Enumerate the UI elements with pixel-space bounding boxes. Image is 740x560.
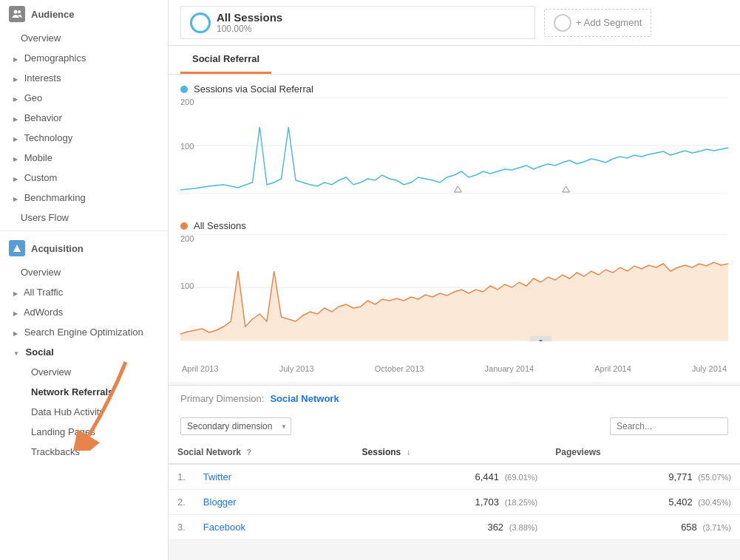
sidebar-item-geo[interactable]: Geo [0,88,168,108]
segment-bar: All Sessions 100.00% + Add Segment [169,0,740,46]
x-label-0: April 2013 [182,364,219,373]
sidebar-item-custom[interactable]: Custom [0,168,168,188]
rank-cell: 1. [169,464,194,490]
primary-dimension-row: Primary Dimension: Social Network [169,385,740,412]
sidebar-item-interests[interactable]: Interests [0,68,168,88]
chart1-dot [180,86,188,93]
sidebar-item-seo[interactable]: Search Engine Optimization [0,322,168,342]
audience-icon [9,6,25,22]
sessions-cell: 6,441 (69.01%) [353,464,547,490]
sidebar-item-audience-overview[interactable]: Overview [0,28,168,48]
network-cell[interactable]: Blogger [194,490,353,515]
pageviews-cell: 658 (3.71%) [546,515,740,540]
add-segment-button[interactable]: + Add Segment [544,9,651,37]
x-label-1: July 2013 [279,364,314,373]
segment-circle [190,13,211,33]
svg-point-1 [18,10,21,13]
pageviews-cell: 5,402 (30.45%) [546,490,740,515]
chart2-y-mid: 100 [180,281,194,290]
audience-label: Audience [31,9,75,20]
x-label-3: January 2014 [485,364,534,373]
network-cell[interactable]: Facebook [194,515,353,540]
sidebar-item-technology[interactable]: Technology [0,128,168,148]
sidebar-subitem-data-hub-activity[interactable]: Data Hub Activity [0,402,168,422]
chart1-container: 200 100 [180,98,728,208]
th-sessions[interactable]: Sessions ↓ [353,441,547,464]
acquisition-label: Acquisition [31,243,84,254]
sidebar-item-benchmarking[interactable]: Benchmarking [0,188,168,208]
chart1-svg [180,98,728,194]
primary-dimension-value: Social Network [270,393,339,404]
sidebar-item-demographics[interactable]: Demographics [0,48,168,68]
sidebar-item-behavior[interactable]: Behavior [0,108,168,128]
pageviews-cell: 9,771 (55.07%) [546,464,740,490]
tab-bar: Social Referral [169,46,740,75]
sessions-cell: 1,703 (18.25%) [353,490,547,515]
sidebar-item-users-flow[interactable]: Users Flow [0,208,168,228]
table-row: 2. Blogger 1,703 (18.25%) 5,402 (30.45%) [169,490,740,515]
chart2-label: All Sessions [194,220,246,231]
sidebar-subitem-landing-pages[interactable]: Landing Pages [0,422,168,442]
sidebar-item-adwords[interactable]: AdWords [0,302,168,322]
sessions-cell: 362 (3.88%) [353,515,547,540]
x-label-5: July 2014 [692,364,727,373]
sidebar-item-all-traffic[interactable]: All Traffic [0,282,168,302]
add-segment-circle-icon [554,14,571,32]
acquisition-icon [9,240,25,256]
table-row: 3. Facebook 362 (3.88%) 658 (3.71%) [169,515,740,540]
table-search-input[interactable] [610,417,728,435]
chart2-dot [180,222,188,230]
sidebar-subitem-social-overview[interactable]: Overview [0,362,168,382]
all-sessions-segment[interactable]: All Sessions 100.00% [180,6,535,39]
chart1-y-max: 200 [180,98,194,106]
network-cell[interactable]: Twitter [194,464,353,490]
primary-dimension-label: Primary Dimension: [180,393,264,404]
sidebar-item-social[interactable]: Social [0,342,168,362]
tab-social-referral[interactable]: Social Referral [180,46,271,74]
chart2-svg: ▼ [180,234,728,341]
sidebar-section-audience[interactable]: Audience [0,0,168,28]
sidebar-subitem-network-referrals[interactable]: Network Referrals [0,382,168,402]
chart1-legend: Sessions via Social Referral [180,83,728,95]
sidebar-item-acq-overview[interactable]: Overview [0,262,168,282]
chart1-y-mid: 100 [180,142,194,151]
data-table: Social Network ? Sessions ↓ Pageviews 1.… [169,441,740,540]
sidebar-section-acquisition[interactable]: Acquisition [0,234,168,262]
rank-cell: 2. [169,490,194,515]
secondary-dim-row: Secondary dimension [169,412,740,441]
table-row: 1. Twitter 6,441 (69.01%) 9,771 (55.07%) [169,464,740,490]
chart2-y-max: 200 [180,234,194,243]
rank-cell: 3. [169,515,194,540]
chart1-label: Sessions via Social Referral [194,83,313,95]
svg-text:▼: ▼ [538,338,544,341]
sidebar-item-mobile[interactable]: Mobile [0,148,168,168]
sidebar-subitem-trackbacks[interactable]: Trackbacks [0,442,168,462]
x-label-4: April 2014 [594,364,631,373]
svg-marker-3 [13,249,21,252]
sort-arrow-icon: ↓ [407,447,411,457]
svg-marker-8 [455,186,462,192]
th-pageviews: Pageviews [546,441,740,464]
chart2-legend: All Sessions [180,220,728,231]
th-social-network: Social Network ? [169,441,353,464]
svg-point-0 [14,10,18,14]
table-header-row: Social Network ? Sessions ↓ Pageviews [169,441,740,464]
main-content: All Sessions 100.00% + Add Segment Socia… [169,0,740,560]
chart2-container: 200 100 ▼ [180,234,728,352]
x-label-2: October 2013 [375,364,424,373]
sidebar: Audience Overview Demographics Interests… [0,0,169,560]
secondary-dim-wrapper[interactable]: Secondary dimension [180,417,291,435]
svg-marker-9 [563,186,570,192]
segment-name: All Sessions 100.00% [217,11,282,34]
x-axis-labels: April 2013 July 2013 October 2013 Januar… [180,364,728,373]
question-icon: ? [246,448,251,457]
charts-area: Sessions via Social Referral 200 100 All… [169,75,740,382]
secondary-dim-select[interactable]: Secondary dimension [180,417,291,435]
